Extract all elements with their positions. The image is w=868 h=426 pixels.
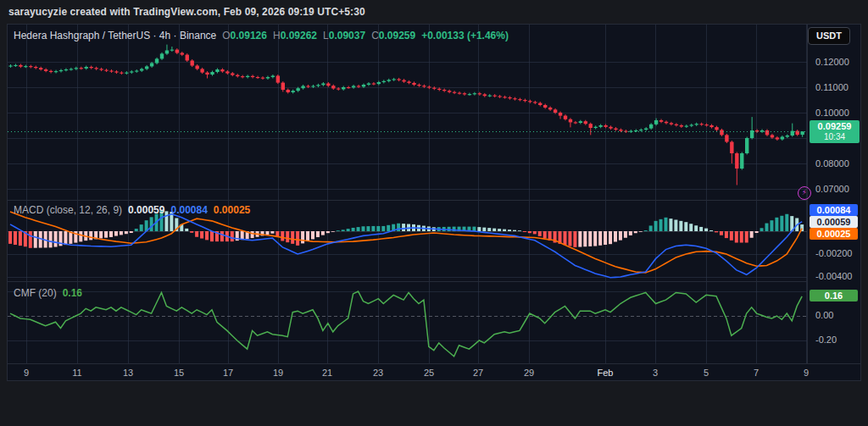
candle-body (357, 86, 360, 87)
cmf-panel-canvas[interactable] (8, 282, 807, 363)
macd-histogram-bar (498, 229, 501, 231)
candle-body (538, 103, 542, 105)
price-panel[interactable]: Hedera Hashgraph / TetherUS · 4h · Binan… (8, 25, 807, 200)
cmf-axis-label: 0.16 (810, 290, 858, 302)
last-price-label: 0.09259 10:34 (810, 120, 860, 143)
candle-body (337, 89, 340, 90)
candle-body (619, 130, 622, 131)
candle-body (347, 87, 350, 88)
candle-body (776, 137, 779, 139)
currency-toggle-button[interactable]: USDT (808, 27, 850, 45)
candle-body (367, 84, 370, 86)
macd-histogram-bar (347, 229, 350, 231)
macd-histogram-bar (301, 231, 304, 243)
macd-histogram-bar (593, 231, 597, 246)
candle-body (287, 90, 290, 92)
candle-body (715, 127, 718, 130)
candle-body (241, 76, 244, 77)
candle-body (624, 131, 627, 132)
macd-signal-axis-label: 0.00025 (810, 228, 858, 240)
macd-histogram-bar (311, 231, 314, 239)
macd-histogram-bar (140, 224, 143, 231)
candle-body (771, 135, 774, 137)
candle-body (740, 153, 743, 169)
candle-body (251, 76, 254, 77)
macd-histogram-bar (715, 231, 718, 232)
candle-body (321, 84, 325, 86)
candle-body (579, 121, 582, 123)
price-axis-label: 0.11000 (815, 82, 849, 92)
price-scale[interactable]: 0.09259 10:34 0.00084 0.00059 0.00025 0.… (807, 25, 860, 363)
time-axis-tick: 7 (754, 368, 759, 378)
macd-histogram-bar (614, 231, 617, 241)
macd-histogram-bar (251, 231, 254, 238)
macd-histogram-bar (704, 229, 708, 231)
candle-body (609, 127, 612, 129)
time-axis-tick: Feb (598, 368, 614, 378)
candle-body (220, 69, 224, 71)
macd-histogram-bar (644, 230, 648, 231)
chart-area[interactable]: Hedera Hashgraph / TetherUS · 4h · Binan… (7, 24, 861, 381)
macd-histogram-bar (679, 221, 682, 231)
candle-body (352, 86, 355, 88)
candle-body (432, 88, 436, 89)
symbol-legend[interactable]: Hedera Hashgraph / TetherUS · 4h · Binan… (14, 30, 509, 41)
cmf-axis-label: -0.20 (815, 335, 837, 345)
macd-histogram-bar (513, 230, 516, 231)
candle-body (523, 100, 526, 101)
macd-histogram-bar (64, 231, 67, 245)
candle-body (306, 86, 309, 87)
time-axis-tick: 25 (424, 368, 434, 378)
time-axis-tick: 27 (473, 368, 483, 378)
macd-histogram-bar (665, 218, 668, 231)
macd-histogram-bar (34, 231, 37, 248)
macd-histogram-bar (120, 231, 123, 235)
ohlc-open: O0.09126 (222, 30, 267, 41)
candle-body (665, 122, 668, 124)
candle-body (704, 124, 708, 125)
candle-body (649, 124, 653, 129)
attribution-bar: sarayucyzie created with TradingView.com… (0, 0, 868, 24)
candle-body (442, 90, 446, 91)
macd-histogram-bar (89, 231, 92, 240)
candle-body (54, 71, 58, 72)
macd-histogram-bar (8, 231, 12, 244)
candle-body (690, 124, 693, 125)
candle-body (114, 71, 118, 72)
macd-histogram-bar (270, 231, 274, 234)
cmf-panel[interactable]: CMF (20) 0.16 (8, 281, 807, 363)
macd-histogram-bar (538, 231, 542, 236)
candle-body (155, 58, 159, 63)
cmf-title[interactable]: CMF (20) (14, 287, 57, 299)
macd-histogram-bar (109, 231, 113, 237)
candle-body (730, 142, 733, 154)
macd-histogram-bar (366, 226, 370, 231)
candle-body (140, 69, 143, 70)
macd-histogram-bar (689, 224, 693, 231)
symbol-title[interactable]: Hedera Hashgraph / TetherUS · 4h · Binan… (14, 30, 216, 41)
candle-body (498, 97, 501, 97)
candle-body (654, 120, 658, 124)
macd-legend[interactable]: MACD (close, 12, 26, 9) 0.00059 0.00084 … (14, 204, 250, 216)
macd-histogram-bar (588, 231, 592, 246)
macd-histogram-bar (231, 231, 234, 241)
candle-body (407, 81, 410, 83)
boost-lightning-icon[interactable]: ⚡ (798, 186, 811, 200)
macd-histogram-bar (19, 231, 22, 246)
candle-body (397, 79, 400, 80)
candle-body (765, 130, 769, 135)
cmf-legend[interactable]: CMF (20) 0.16 (14, 287, 82, 299)
macd-title[interactable]: MACD (close, 12, 26, 9) (14, 204, 122, 216)
price-panel-canvas[interactable] (8, 25, 807, 200)
macd-histogram-bar (210, 231, 214, 241)
candle-body (372, 84, 376, 85)
macd-histogram-bar (629, 231, 632, 235)
candle-body (402, 80, 405, 82)
candle-body (120, 73, 123, 74)
candle-body (342, 87, 345, 89)
candle-body (109, 71, 113, 72)
macd-panel[interactable]: MACD (close, 12, 26, 9) 0.00059 0.00084 … (8, 200, 807, 281)
macd-histogram-bar (634, 231, 637, 233)
time-axis[interactable]: 911131517192123252729Feb3579 (8, 363, 860, 380)
candle-body (377, 82, 381, 84)
